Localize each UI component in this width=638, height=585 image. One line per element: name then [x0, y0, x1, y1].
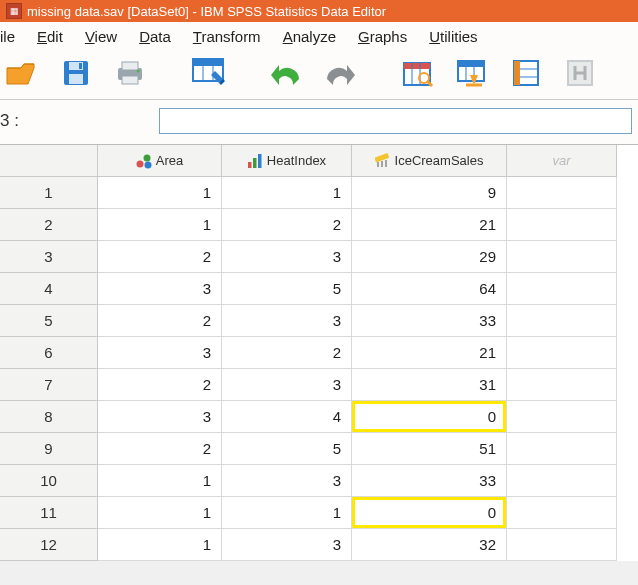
svg-rect-30: [248, 162, 252, 168]
cell-empty[interactable]: [507, 497, 617, 529]
cell-heatindex[interactable]: 5: [222, 273, 352, 305]
cell-area[interactable]: 2: [98, 369, 222, 401]
open-icon[interactable]: [4, 55, 40, 91]
row-header[interactable]: 1: [0, 177, 98, 209]
cell-area[interactable]: 3: [98, 273, 222, 305]
cell-area[interactable]: 2: [98, 305, 222, 337]
menubar: ile Edit View Data Transform Analyze Gra…: [0, 22, 638, 51]
svg-rect-3: [79, 63, 82, 69]
cell-icecreamsales[interactable]: 33: [352, 465, 507, 497]
cell-icecreamsales[interactable]: 0: [352, 497, 507, 529]
menu-graphs[interactable]: Graphs: [358, 28, 407, 45]
row-header[interactable]: 5: [0, 305, 98, 337]
menu-data[interactable]: Data: [139, 28, 171, 45]
undo-icon[interactable]: [268, 55, 304, 91]
cell-icecreamsales[interactable]: 0: [352, 401, 507, 433]
cell-empty[interactable]: [507, 401, 617, 433]
cell-area[interactable]: 1: [98, 465, 222, 497]
row-header[interactable]: 4: [0, 273, 98, 305]
cell-area[interactable]: 3: [98, 401, 222, 433]
cell-area[interactable]: 2: [98, 241, 222, 273]
cell-area[interactable]: 3: [98, 337, 222, 369]
column-header-heatindex[interactable]: HeatIndex: [222, 145, 352, 177]
cell-empty[interactable]: [507, 433, 617, 465]
cell-empty[interactable]: [507, 465, 617, 497]
cell-area[interactable]: 1: [98, 529, 222, 561]
cell-heatindex[interactable]: 1: [222, 177, 352, 209]
cell-empty[interactable]: [507, 369, 617, 401]
menu-file[interactable]: ile: [0, 28, 15, 45]
cell-heatindex[interactable]: 2: [222, 209, 352, 241]
save-icon[interactable]: [58, 55, 94, 91]
goto-variable-icon[interactable]: [454, 55, 490, 91]
cell-empty[interactable]: [507, 209, 617, 241]
data-grid[interactable]: Area HeatIndex IceCreamSales var 1119212…: [0, 145, 638, 561]
row-header[interactable]: 7: [0, 369, 98, 401]
ordinal-icon: [247, 153, 263, 169]
row-header[interactable]: 11: [0, 497, 98, 529]
menu-view[interactable]: View: [85, 28, 117, 45]
cell-empty[interactable]: [507, 177, 617, 209]
run-icon[interactable]: [562, 55, 598, 91]
cell-icecreamsales[interactable]: 31: [352, 369, 507, 401]
row-header[interactable]: 9: [0, 433, 98, 465]
row-header[interactable]: 8: [0, 401, 98, 433]
row-header[interactable]: 12: [0, 529, 98, 561]
nominal-icon: [136, 153, 152, 169]
cell-empty[interactable]: [507, 337, 617, 369]
row-header[interactable]: 3: [0, 241, 98, 273]
row-header[interactable]: 2: [0, 209, 98, 241]
cell-icecreamsales[interactable]: 29: [352, 241, 507, 273]
window-title: missing data.sav [DataSet0] - IBM SPSS S…: [27, 4, 386, 19]
cell-heatindex[interactable]: 3: [222, 305, 352, 337]
cell-area[interactable]: 1: [98, 209, 222, 241]
cell-heatindex[interactable]: 3: [222, 529, 352, 561]
menu-transform[interactable]: Transform: [193, 28, 261, 45]
svg-rect-2: [69, 74, 83, 84]
row-header[interactable]: 6: [0, 337, 98, 369]
cell-heatindex[interactable]: 3: [222, 465, 352, 497]
print-icon[interactable]: [112, 55, 148, 91]
cell-icecreamsales[interactable]: 33: [352, 305, 507, 337]
cell-empty[interactable]: [507, 305, 617, 337]
svg-rect-25: [514, 61, 520, 85]
cell-empty[interactable]: [507, 529, 617, 561]
cell-area[interactable]: 2: [98, 433, 222, 465]
cell-heatindex[interactable]: 1: [222, 497, 352, 529]
cell-heatindex[interactable]: 4: [222, 401, 352, 433]
cell-heatindex[interactable]: 5: [222, 433, 352, 465]
menu-utilities[interactable]: Utilities: [429, 28, 477, 45]
scale-icon: [375, 153, 391, 169]
svg-rect-5: [122, 62, 138, 70]
redo-icon[interactable]: [322, 55, 358, 91]
cell-icecreamsales[interactable]: 9: [352, 177, 507, 209]
cell-value-input[interactable]: [159, 108, 632, 134]
cell-icecreamsales[interactable]: 21: [352, 209, 507, 241]
cell-heatindex[interactable]: 3: [222, 369, 352, 401]
column-header-area[interactable]: Area: [98, 145, 222, 177]
cell-heatindex[interactable]: 2: [222, 337, 352, 369]
column-header-icecreamsales[interactable]: IceCreamSales: [352, 145, 507, 177]
cell-empty[interactable]: [507, 241, 617, 273]
menu-edit[interactable]: Edit: [37, 28, 63, 45]
cell-icecreamsales[interactable]: 21: [352, 337, 507, 369]
goto-case-icon[interactable]: [400, 55, 436, 91]
cell-empty[interactable]: [507, 273, 617, 305]
cell-area[interactable]: 1: [98, 177, 222, 209]
cell-heatindex[interactable]: 3: [222, 241, 352, 273]
cell-icecreamsales[interactable]: 32: [352, 529, 507, 561]
column-header-empty[interactable]: var: [507, 145, 617, 177]
cell-icecreamsales[interactable]: 64: [352, 273, 507, 305]
data-view-icon[interactable]: [190, 55, 226, 91]
grid-corner: [0, 145, 98, 177]
cell-icecreamsales[interactable]: 51: [352, 433, 507, 465]
cell-reference-bar: 3 :: [0, 100, 638, 145]
cell-area[interactable]: 1: [98, 497, 222, 529]
cell-reference-label: 3 :: [0, 111, 159, 131]
menu-analyze[interactable]: Analyze: [283, 28, 336, 45]
svg-point-28: [143, 154, 150, 161]
svg-rect-19: [458, 61, 484, 67]
row-header[interactable]: 10: [0, 465, 98, 497]
variables-icon[interactable]: [508, 55, 544, 91]
app-icon: ▦: [6, 3, 22, 19]
